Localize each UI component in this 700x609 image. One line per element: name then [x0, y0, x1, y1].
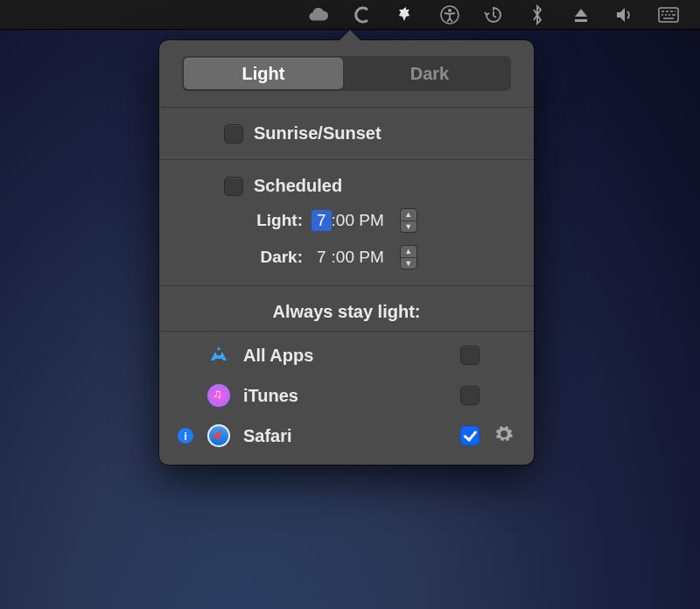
app-row-itunes: iTunes: [177, 375, 516, 416]
appearance-segmented: Light Dark: [182, 56, 511, 91]
c-app-icon[interactable]: [352, 4, 373, 25]
sunrise-checkbox[interactable]: [224, 124, 243, 144]
scheduled-label: Scheduled: [254, 176, 342, 196]
svg-point-1: [448, 9, 452, 12]
creative-cloud-icon[interactable]: [308, 4, 329, 25]
stepper-up-icon[interactable]: ▲: [401, 209, 416, 221]
schedule-dark-label: Dark:: [247, 248, 303, 267]
nightowl-icon[interactable]: [396, 4, 416, 25]
schedule-light-time[interactable]: 7:00 PM: [312, 210, 384, 231]
app-row-all-apps: All Apps: [177, 335, 516, 375]
scheduled-checkbox[interactable]: [224, 177, 243, 196]
schedule-light-label: Light:: [247, 211, 303, 230]
schedule-light-rest[interactable]: :00 PM: [332, 211, 384, 230]
schedule-light-hour[interactable]: 7: [312, 210, 332, 231]
stepper-down-icon[interactable]: ▼: [401, 258, 416, 270]
volume-icon[interactable]: [614, 4, 635, 25]
safari-icon: [206, 424, 231, 448]
segment-dark[interactable]: Dark: [350, 58, 509, 89]
app-checkbox-all-apps[interactable]: [460, 346, 480, 365]
app-row-safari: i Safari: [177, 416, 516, 456]
eject-icon[interactable]: [570, 4, 592, 25]
app-name: Safari: [243, 426, 448, 446]
scheduled-section: Scheduled Light: 7:00 PM ▲ ▼ Dark: 7:00 …: [159, 160, 534, 285]
accessibility-icon[interactable]: [439, 4, 460, 25]
stepper-down-icon[interactable]: ▼: [401, 221, 416, 233]
sunrise-row: Sunrise/Sunset: [182, 123, 511, 144]
segment-light[interactable]: Light: [184, 58, 343, 89]
schedule-dark-rest[interactable]: :00 PM: [332, 248, 384, 267]
app-name: iTunes: [243, 386, 448, 406]
always-stay-light-header: Always stay light:: [159, 286, 534, 331]
gear-icon[interactable]: [495, 425, 513, 447]
info-icon[interactable]: i: [178, 428, 193, 444]
bluetooth-icon[interactable]: [527, 4, 548, 25]
popover-panel: Light Dark Sunrise/Sunset Scheduled Ligh…: [159, 40, 534, 465]
macos-menubar: [0, 0, 700, 30]
keyboard-viewer-icon[interactable]: [658, 4, 679, 25]
popover-arrow: [338, 30, 362, 42]
app-name: All Apps: [243, 346, 448, 366]
schedule-dark-stepper[interactable]: ▲ ▼: [400, 245, 417, 270]
time-machine-icon[interactable]: [483, 4, 504, 25]
lead-slot: i: [177, 428, 194, 444]
schedule-dark-row: Dark: 7:00 PM ▲ ▼: [182, 245, 511, 270]
stepper-up-icon[interactable]: ▲: [401, 246, 416, 258]
appstore-icon: [206, 343, 231, 368]
scheduled-row: Scheduled: [182, 176, 511, 196]
schedule-dark-time[interactable]: 7:00 PM: [312, 247, 384, 268]
sunrise-option-section: Sunrise/Sunset: [159, 108, 534, 159]
appearance-segmented-section: Light Dark: [159, 40, 534, 107]
sunrise-label: Sunrise/Sunset: [254, 123, 382, 144]
trailing-slot: [492, 425, 516, 447]
itunes-icon: [206, 383, 231, 408]
schedule-light-row: Light: 7:00 PM ▲ ▼: [182, 208, 511, 233]
app-checkbox-itunes[interactable]: [460, 386, 480, 405]
always-stay-light-list: All Apps iTunes i Safari: [159, 332, 534, 456]
app-checkbox-safari[interactable]: [460, 426, 480, 445]
schedule-dark-hour[interactable]: 7: [312, 247, 332, 268]
schedule-light-stepper[interactable]: ▲ ▼: [400, 208, 417, 233]
